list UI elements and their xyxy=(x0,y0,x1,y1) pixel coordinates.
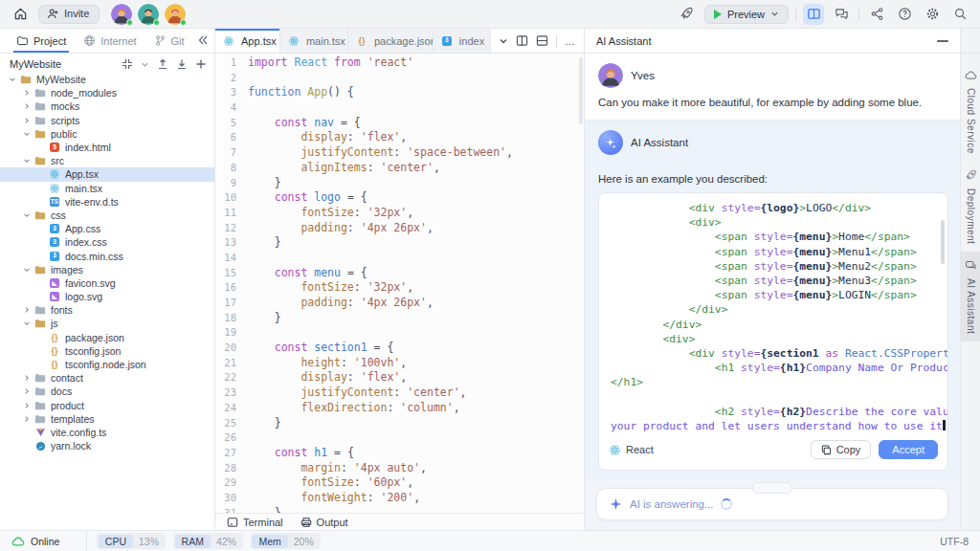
tree-folder-node_modules[interactable]: node_modules xyxy=(0,86,214,99)
tree-folder-scripts[interactable]: scripts xyxy=(0,114,214,127)
strip-tab-cloud-service[interactable]: Cloud Service xyxy=(961,61,980,162)
tree-folder-mocks[interactable]: mocks xyxy=(0,99,214,113)
tree-file-package-json[interactable]: {}package.json xyxy=(0,331,214,344)
editor-tab-app-tsx[interactable]: App.tsx× xyxy=(215,29,280,53)
help-icon[interactable] xyxy=(894,4,915,25)
tree-folder-docs[interactable]: docs xyxy=(0,385,214,398)
tree-file-vite-env-d-ts[interactable]: TSvite-env.d.ts xyxy=(0,195,214,209)
tree-file-logo-svg[interactable]: ◣logo.svg xyxy=(0,290,214,303)
metric-label: RAM xyxy=(175,535,211,548)
chevron-down-icon[interactable] xyxy=(20,320,33,327)
tree-folder-public[interactable]: public xyxy=(0,127,214,141)
tab-internet[interactable]: Internet xyxy=(75,29,145,53)
strip-tab-deployment[interactable]: Deployment xyxy=(961,162,980,252)
folder-icon xyxy=(33,87,47,99)
code-scrollbar[interactable] xyxy=(941,220,945,264)
tree-folder-css[interactable]: css xyxy=(0,209,214,222)
tree-file-app-css[interactable]: 3App.css xyxy=(0,222,214,235)
chevron-right-icon[interactable] xyxy=(20,306,33,314)
chevron-right-icon[interactable] xyxy=(20,402,33,409)
tree-folder-contact[interactable]: contact xyxy=(0,371,214,385)
collaborator-avatar[interactable] xyxy=(111,4,132,25)
tree-folder-templates[interactable]: templates xyxy=(0,412,214,426)
tree-folder-src[interactable]: src xyxy=(0,154,214,167)
collaborator-avatar[interactable] xyxy=(138,4,159,25)
chevron-right-icon[interactable] xyxy=(20,102,33,110)
tree-item-label: vite-env.d.ts xyxy=(65,196,119,208)
encoding-label[interactable]: UTF-8 xyxy=(940,536,969,547)
divider xyxy=(858,8,859,21)
explorer-header: MyWebsite xyxy=(0,54,214,73)
editor-tab-package-json[interactable]: {}package.json× xyxy=(348,29,434,53)
output-tab[interactable]: Output xyxy=(301,517,348,528)
tree-folder-fonts[interactable]: fonts xyxy=(0,303,214,317)
tree-file-app-tsx[interactable]: App.tsx xyxy=(0,167,214,181)
chevron-down-icon[interactable] xyxy=(20,157,33,165)
editor-tab-index[interactable]: 3index× xyxy=(434,29,491,53)
minimize-icon[interactable] xyxy=(937,40,948,42)
tree-folder-mywebsite[interactable]: MyWebsite xyxy=(0,73,214,86)
tree-file-vite-config-ts[interactable]: vite.config.ts xyxy=(0,426,214,439)
collapse-all-icon[interactable] xyxy=(122,58,133,70)
settings-gear-icon[interactable] xyxy=(922,4,943,25)
tree-item-label: App.tsx xyxy=(65,168,99,180)
collapse-sidebar-icon[interactable] xyxy=(197,34,209,48)
tree-file-yarn-lock[interactable]: yarn.lock xyxy=(0,439,214,452)
collaborator-avatar[interactable] xyxy=(165,4,186,25)
tree-file-index-html[interactable]: 5index.html xyxy=(0,141,214,154)
chevron-down-icon[interactable] xyxy=(20,130,33,138)
suggested-code-line: your product and let users understand ho… xyxy=(611,419,936,433)
chevron-down-icon[interactable] xyxy=(141,60,149,69)
suggested-code-line: <span style={menu}>Menu1</span> xyxy=(611,245,936,259)
terminal-tab[interactable]: Terminal xyxy=(227,517,283,528)
upload-icon[interactable] xyxy=(157,58,168,70)
drag-handle[interactable] xyxy=(752,482,792,494)
chat-icon[interactable] xyxy=(831,4,852,25)
chevron-right-icon[interactable] xyxy=(20,374,33,382)
tree-file-main-tsx[interactable]: main.tsx xyxy=(0,182,214,195)
add-file-icon[interactable] xyxy=(195,58,207,70)
bottom-panel-tabs: Terminal Output xyxy=(215,513,584,530)
accept-button[interactable]: Accept xyxy=(879,440,938,459)
code-editor[interactable]: 1import React from 'react'23function App… xyxy=(215,54,584,513)
home-icon[interactable] xyxy=(10,4,31,25)
tree-folder-js[interactable]: js xyxy=(0,317,214,330)
chevron-down-icon[interactable] xyxy=(6,76,19,83)
editor-tab-main-tsx[interactable]: main.tsx× xyxy=(280,29,348,53)
chevron-right-icon[interactable] xyxy=(20,415,33,423)
chevron-down-icon[interactable] xyxy=(20,266,33,274)
tree-file-favicon-svg[interactable]: ◣favicon.svg xyxy=(0,276,214,290)
folder-icon xyxy=(19,74,33,85)
download-icon[interactable] xyxy=(176,58,188,70)
invite-button[interactable]: Invite xyxy=(38,5,100,24)
chevron-right-icon[interactable] xyxy=(20,387,33,395)
tab-list-chevron-icon[interactable] xyxy=(499,36,508,46)
copy-button[interactable]: Copy xyxy=(811,440,872,459)
strip-tab-label: Deployment xyxy=(966,188,976,244)
rocket-icon[interactable] xyxy=(677,4,698,25)
strip-tab-ai-assistant[interactable]: AI Assistant xyxy=(961,252,980,342)
code-panel-icon[interactable] xyxy=(803,4,824,25)
tab-git[interactable]: Git xyxy=(145,29,193,53)
tree-file-tsconfig-json[interactable]: {}tsconfig.json xyxy=(0,344,214,358)
preview-button[interactable]: Preview xyxy=(704,5,789,24)
tree-item-label: images xyxy=(51,264,83,276)
chevron-down-icon[interactable] xyxy=(20,211,33,219)
search-icon[interactable] xyxy=(949,4,970,25)
split-horizontal-icon[interactable] xyxy=(536,34,548,47)
code-line: 3function App() { xyxy=(215,85,584,100)
tree-folder-images[interactable]: images xyxy=(0,263,214,276)
split-vertical-icon[interactable] xyxy=(516,34,528,47)
suggested-code-line: <div> xyxy=(611,215,936,230)
tree-file-index-css[interactable]: 3index.css xyxy=(0,235,214,249)
tree-file-tsconfig-node-json[interactable]: {}tsconfig.node.json xyxy=(0,358,214,371)
tree-folder-product[interactable]: product xyxy=(0,399,214,412)
tree-file-docs-min-css[interactable]: 3docs.min.css xyxy=(0,249,214,262)
tree-item-label: logo.svg xyxy=(65,291,102,302)
share-icon[interactable] xyxy=(866,4,887,25)
tab-project[interactable]: Project xyxy=(8,29,75,53)
chevron-right-icon[interactable] xyxy=(20,117,33,124)
assistant-message: AI Assistant Here is an example you desc… xyxy=(585,121,960,480)
more-options-icon[interactable]: … xyxy=(565,35,576,47)
chevron-right-icon[interactable] xyxy=(20,89,33,97)
